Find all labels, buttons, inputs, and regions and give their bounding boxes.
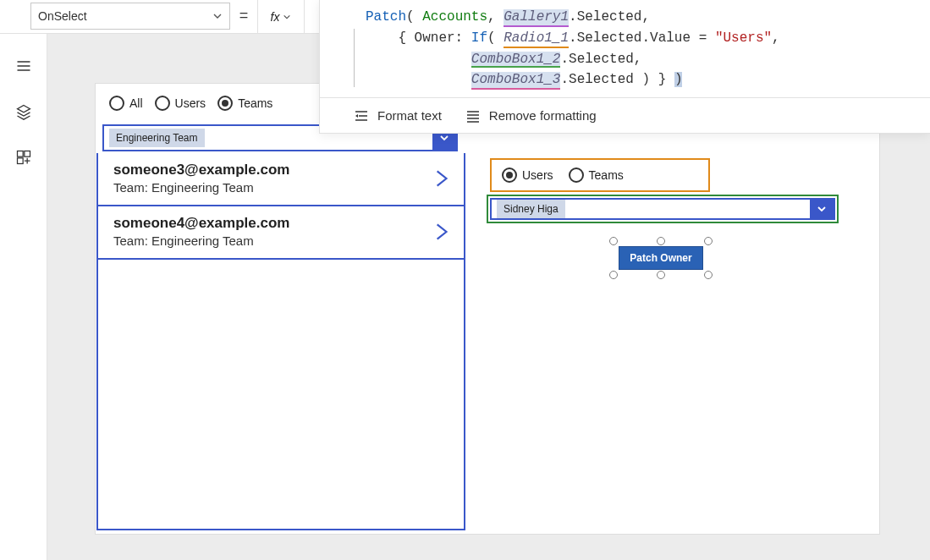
- resize-handle-se[interactable]: [704, 271, 713, 279]
- radio-users-right[interactable]: Users: [502, 167, 553, 183]
- radio-icon: [502, 167, 517, 183]
- list-item-title: someone4@example.com: [113, 215, 289, 232]
- resize-handle-sw[interactable]: [609, 271, 618, 279]
- patch-owner-button[interactable]: Patch Owner: [619, 246, 703, 270]
- chevron-down-icon: [212, 11, 223, 21]
- svg-rect-1: [24, 151, 30, 157]
- formula-editor[interactable]: Patch( Accounts, Gallery1.Selected, { Ow…: [320, 0, 930, 97]
- radio-teams-label: Teams: [238, 96, 272, 110]
- combobox-users-value: Sidney Higa: [497, 200, 565, 218]
- fx-label: fx: [271, 10, 280, 24]
- list-item-title: someone3@example.com: [113, 162, 289, 178]
- radio-group-left: All Users Teams: [109, 96, 272, 111]
- remove-formatting-button[interactable]: Remove formatting: [465, 108, 597, 124]
- radio-teams-right-label: Teams: [589, 168, 624, 182]
- svg-rect-2: [17, 158, 23, 164]
- layers-icon[interactable]: [14, 102, 34, 122]
- resize-handle-ne[interactable]: [704, 237, 713, 245]
- components-icon[interactable]: [14, 147, 34, 167]
- resize-handle-n[interactable]: [657, 237, 665, 245]
- radio-icon: [155, 96, 170, 111]
- token-variable-combobox2: ComboBox1_2: [471, 52, 561, 68]
- property-dropdown-value: OnSelect: [38, 9, 87, 23]
- radio-users-left[interactable]: Users: [155, 96, 206, 111]
- chevron-right-icon[interactable]: [430, 167, 452, 189]
- token-datasource: Accounts: [422, 9, 487, 25]
- radio-teams-left[interactable]: Teams: [217, 96, 272, 111]
- svg-rect-0: [17, 151, 23, 157]
- token-function: Patch: [366, 9, 406, 25]
- format-text-icon: [354, 108, 369, 124]
- radio-icon: [569, 167, 584, 183]
- left-rail: [0, 34, 47, 560]
- format-text-button[interactable]: Format text: [354, 108, 442, 124]
- radio-users-right-label: Users: [522, 168, 553, 182]
- screen-canvas[interactable]: All Users Teams Engineering Team someone…: [95, 83, 880, 535]
- chevron-down-icon: [283, 13, 291, 21]
- radio-icon: [217, 96, 233, 111]
- patch-owner-label: Patch Owner: [630, 252, 691, 264]
- list-item[interactable]: someone3@example.com Team: Engineering T…: [98, 153, 464, 206]
- remove-formatting-icon: [465, 108, 481, 124]
- equals-sign: =: [230, 7, 257, 25]
- resize-handle-nw[interactable]: [609, 237, 618, 245]
- radio-all[interactable]: All: [109, 96, 143, 111]
- radio-group-right: Users Teams: [490, 158, 710, 192]
- radio-teams-right[interactable]: Teams: [569, 167, 624, 183]
- list-item[interactable]: someone4@example.com Team: Engineering T…: [98, 206, 464, 260]
- combobox-users-toggle[interactable]: [810, 200, 834, 218]
- radio-all-label: All: [129, 96, 143, 110]
- token-variable-combobox3: ComboBox1_3: [471, 72, 561, 90]
- fx-button[interactable]: fx: [257, 0, 305, 34]
- token-variable-radio: Radio1_1: [504, 30, 569, 48]
- list-item-subtitle: Team: Engineering Team: [113, 180, 289, 195]
- format-text-label: Format text: [377, 108, 442, 123]
- gallery[interactable]: someone3@example.com Team: Engineering T…: [96, 153, 465, 530]
- chevron-right-icon[interactable]: [430, 221, 452, 243]
- property-dropdown[interactable]: OnSelect: [30, 3, 230, 30]
- token-variable-gallery1: Gallery1: [504, 9, 569, 27]
- resize-handle-s[interactable]: [657, 271, 665, 279]
- combobox-users[interactable]: Sidney Higa: [487, 195, 839, 223]
- radio-icon: [109, 96, 124, 111]
- list-item-subtitle: Team: Engineering Team: [113, 233, 289, 248]
- remove-formatting-label: Remove formatting: [489, 108, 597, 123]
- formula-toolbar: Format text Remove formatting: [320, 97, 930, 133]
- radio-users-label: Users: [175, 96, 206, 110]
- formula-panel: Patch( Accounts, Gallery1.Selected, { Ow…: [319, 0, 930, 134]
- combobox-teams-value: Engineering Team: [109, 129, 205, 147]
- hamburger-icon[interactable]: [14, 56, 34, 76]
